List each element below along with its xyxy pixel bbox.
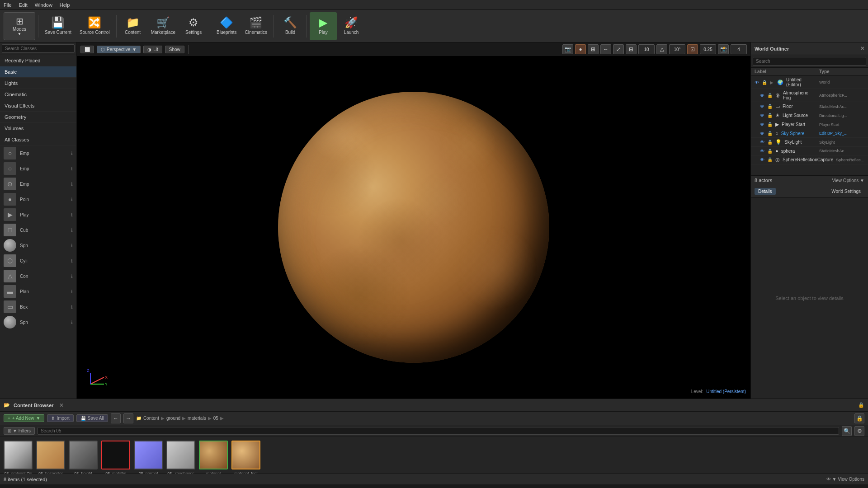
sidebar-item-visual-effects[interactable]: Visual Effects bbox=[0, 100, 76, 112]
visibility-icon[interactable]: 👁 bbox=[760, 157, 764, 162]
visibility-icon[interactable]: 👁 bbox=[760, 93, 764, 98]
settings-button[interactable]: ⚙ Settings bbox=[180, 12, 207, 40]
breadcrumb-ground[interactable]: ground bbox=[166, 416, 180, 421]
outliner-search-input[interactable] bbox=[753, 57, 866, 66]
asset-item-metallic[interactable]: 05_metallic bbox=[101, 441, 130, 474]
grid-icon-btn[interactable]: ⊞ bbox=[588, 44, 599, 54]
cinematics-button[interactable]: 🎬 Cinematics bbox=[241, 12, 271, 40]
list-item[interactable]: ⊙ Emp ℹ bbox=[0, 176, 76, 192]
grid-size-input[interactable] bbox=[638, 44, 655, 54]
lit-mode-icon-btn[interactable]: ● bbox=[575, 44, 586, 54]
rotate-icon-btn[interactable]: △ bbox=[656, 44, 667, 54]
back-button[interactable]: ← bbox=[111, 413, 121, 423]
source-control-button[interactable]: 🔀 Source Control bbox=[76, 12, 113, 40]
visibility-icon[interactable]: 👁 bbox=[755, 80, 759, 85]
content-browser-search-input[interactable] bbox=[38, 427, 839, 435]
outliner-view-options-button[interactable]: View Options ▼ bbox=[832, 178, 864, 183]
lit-button[interactable]: ◑ Lit bbox=[143, 46, 162, 53]
lock-icon[interactable]: 🔒 bbox=[767, 131, 773, 136]
sidebar-item-all-classes[interactable]: All Classes bbox=[0, 134, 76, 145]
menu-window[interactable]: Window bbox=[35, 2, 52, 8]
asset-item-material[interactable]: material bbox=[199, 441, 228, 474]
asset-item-height[interactable]: 05_height bbox=[69, 441, 98, 474]
search-icon-btn[interactable]: 🔍 bbox=[842, 426, 852, 436]
asset-item-basecolor[interactable]: 05_basecolor bbox=[36, 441, 65, 474]
outliner-row[interactable]: 👁 🔒 ○ Sky Sphere Edit BP_Sky_... bbox=[751, 129, 868, 138]
visibility-icon[interactable]: 👁 bbox=[760, 149, 764, 154]
cb-settings-icon-btn[interactable]: ⚙ bbox=[854, 426, 864, 436]
lock-icon[interactable]: 🔒 bbox=[762, 80, 767, 85]
lock-icon[interactable]: 🔒 bbox=[767, 104, 773, 109]
tab-world-settings[interactable]: World Settings bbox=[828, 188, 864, 195]
cb-lock-icon-btn[interactable]: 🔒 bbox=[854, 413, 864, 423]
asset-item-ao[interactable]: 05_ambient Occlusion bbox=[4, 441, 33, 474]
maximize-button[interactable]: ⬜ bbox=[80, 46, 94, 53]
outliner-close-icon[interactable]: ✕ bbox=[860, 46, 864, 52]
menu-help[interactable]: Help bbox=[60, 2, 70, 8]
list-item[interactable]: ○ Sph ℹ bbox=[0, 314, 76, 330]
outliner-row[interactable]: 👁 🔒 ▶ 🌍 Untitled (Editor) World bbox=[751, 76, 868, 89]
visibility-icon[interactable]: 👁 bbox=[760, 131, 764, 136]
outliner-row[interactable]: 👁 🔒 ▭ Floor StaticMeshAc... bbox=[751, 102, 868, 111]
menu-edit[interactable]: Edit bbox=[19, 2, 28, 8]
content-browser-close-icon[interactable]: ✕ bbox=[59, 402, 64, 408]
asset-item-normal[interactable]: 05_normal bbox=[134, 441, 163, 474]
outliner-row[interactable]: 👁 🔒 🌫 Atmospheric Fog AtmosphericF... bbox=[751, 89, 868, 102]
sidebar-item-recently-placed[interactable]: Recently Placed bbox=[0, 55, 76, 66]
lock-icon[interactable]: 🔒 bbox=[767, 113, 773, 118]
outliner-row[interactable]: 👁 🔒 💡 SkyLight SkyLight bbox=[751, 138, 868, 147]
scale-icon-btn[interactable]: ⊡ bbox=[687, 44, 698, 54]
lock-icon[interactable]: 🔒 bbox=[767, 93, 773, 98]
tab-details[interactable]: Details bbox=[755, 188, 776, 195]
outliner-row[interactable]: 👁 🔒 ▶ Player Start PlayerStart bbox=[751, 120, 868, 129]
visibility-icon[interactable]: 👁 bbox=[760, 113, 764, 118]
list-item[interactable]: ● Poin ℹ bbox=[0, 192, 76, 207]
angle-input[interactable] bbox=[669, 44, 685, 54]
visibility-icon[interactable]: 👁 bbox=[760, 104, 764, 109]
play-button[interactable]: ▶ Play bbox=[310, 12, 337, 40]
outliner-row[interactable]: 👁 🔒 ● sphera StaticMeshAc... bbox=[751, 147, 868, 155]
sidebar-item-geometry[interactable]: Geometry bbox=[0, 112, 76, 123]
content-button[interactable]: 📁 Content bbox=[119, 12, 146, 40]
list-item[interactable]: △ Con ℹ bbox=[0, 268, 76, 284]
asset-item-material-inst[interactable]: material_Inst bbox=[231, 441, 260, 474]
outliner-row[interactable]: 👁 🔒 ◎ SphereReflectionCapture SphereRefl… bbox=[751, 155, 868, 164]
marketplace-button[interactable]: 🛒 Marketplace bbox=[147, 12, 179, 40]
expand-icon[interactable]: ▶ bbox=[770, 80, 774, 85]
modes-button[interactable]: ⊞ Modes ▼ bbox=[4, 12, 35, 40]
breadcrumb-content[interactable]: Content bbox=[143, 416, 159, 421]
save-all-button[interactable]: 💾 Save All bbox=[76, 414, 108, 422]
lock-icon[interactable]: 🔒 bbox=[767, 122, 773, 127]
sidebar-item-lights[interactable]: Lights bbox=[0, 78, 76, 89]
grid2-icon-btn[interactable]: ⊟ bbox=[626, 44, 637, 54]
import-button[interactable]: ⬆ Import bbox=[47, 414, 73, 422]
show-button[interactable]: Show bbox=[165, 46, 184, 53]
list-item[interactable]: ▬ Plan ℹ bbox=[0, 284, 76, 299]
save-current-button[interactable]: 💾 Save Current bbox=[41, 12, 75, 40]
translate-icon-btn[interactable]: ⤢ bbox=[613, 44, 624, 54]
list-item[interactable]: ○ Sph ℹ bbox=[0, 238, 76, 253]
sidebar-item-volumes[interactable]: Volumes bbox=[0, 123, 76, 134]
lock-icon[interactable]: 🔒 bbox=[767, 140, 773, 145]
launch-button[interactable]: 🚀 Launch bbox=[338, 12, 365, 40]
outliner-item-type[interactable]: Edit BP_Sky_... bbox=[819, 131, 864, 136]
perspective-button[interactable]: ⬡ Perspective ▼ bbox=[97, 46, 141, 53]
sidebar-item-basic[interactable]: Basic bbox=[0, 66, 76, 78]
forward-button[interactable]: → bbox=[123, 413, 133, 423]
camera-icon-btn[interactable]: 📷 bbox=[562, 44, 573, 54]
cam-speed-input[interactable] bbox=[731, 44, 747, 54]
build-button[interactable]: 🔨 Build bbox=[277, 12, 304, 40]
lock-panel-icon[interactable]: 🔒 bbox=[858, 402, 864, 408]
visibility-icon[interactable]: 👁 bbox=[760, 122, 764, 127]
breadcrumb-materials[interactable]: materials bbox=[188, 416, 206, 421]
lock-icon[interactable]: 🔒 bbox=[767, 149, 773, 154]
snap-icon-btn[interactable]: ↔ bbox=[600, 44, 611, 54]
menu-file[interactable]: File bbox=[4, 2, 12, 8]
blueprints-button[interactable]: 🔷 Blueprints bbox=[213, 12, 240, 40]
list-item[interactable]: ▶ Play ℹ bbox=[0, 207, 76, 222]
list-item[interactable]: ⬡ Cyli ℹ bbox=[0, 253, 76, 268]
sidebar-item-cinematic[interactable]: Cinematic bbox=[0, 89, 76, 100]
asset-item-roughness[interactable]: 05_ roughness bbox=[166, 441, 195, 474]
content-browser-view-options-button[interactable]: 👁 ▼ View Options bbox=[826, 477, 864, 482]
lock-icon[interactable]: 🔒 bbox=[767, 157, 773, 162]
